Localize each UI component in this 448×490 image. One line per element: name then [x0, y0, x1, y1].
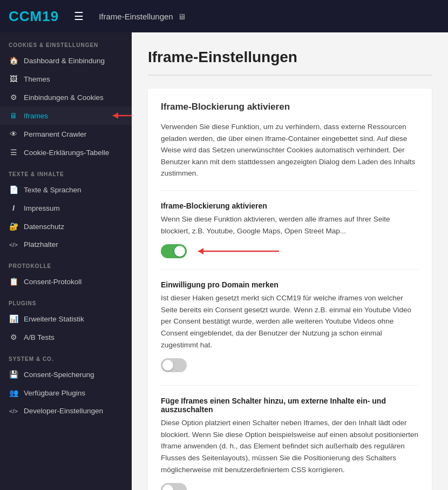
sidebar-label-developer: Developer-Einstellungen	[24, 407, 103, 415]
sidebar-label-datenschutz: Datenschutz	[24, 223, 64, 231]
toggle3-slider	[161, 483, 187, 490]
sidebar-label-impressum: Impressum	[24, 204, 60, 212]
sidebar-label-permanent-crawler: Permanent Crawler	[24, 130, 86, 138]
sidebar-label-consent-speicherung: Consent-Speicherung	[24, 371, 94, 379]
section3-text: Diese Option platziert einen Schalter ne…	[161, 417, 419, 475]
table-icon: ☰	[9, 148, 18, 157]
chart-icon: 📊	[9, 314, 18, 323]
sidebar-item-impressum[interactable]: I Impressum	[0, 199, 132, 217]
eye-icon: 👁	[9, 130, 18, 138]
toggle2-knob	[162, 360, 173, 371]
sidebar-item-verfuegbare-plugins[interactable]: 👥 Verfügbare Plugins	[0, 384, 132, 402]
sidebar-section-protokolle: PROTOKOLLE	[0, 253, 132, 272]
sidebar-label-cookie-tabelle: Cookie-Erklärungs-Tabelle	[24, 149, 109, 157]
sidebar-label-iframes: Iframes	[24, 112, 48, 120]
layout: COOKIES & EINSTELLUNGEN 🏠 Dashboard & Ei…	[0, 32, 448, 490]
sidebar-item-texte[interactable]: 📄 Texte & Sprachen	[0, 180, 132, 199]
sidebar-item-iframes-row: 🖥 Iframes	[0, 106, 132, 125]
hamburger-button[interactable]: ☰	[70, 8, 88, 25]
toggle1-slider	[161, 244, 187, 258]
impressum-icon: I	[9, 204, 18, 212]
iframe-icon: 🖥	[9, 111, 18, 120]
sidebar-item-themes[interactable]: 🖼 Themes	[0, 70, 132, 88]
section3-heading: Füge Iframes einen Schalter hinzu, um ex…	[161, 397, 419, 414]
toggle1-row	[161, 244, 419, 258]
sidebar-label-texte: Texte & Sprachen	[24, 186, 82, 194]
sidebar-label-themes: Themes	[24, 75, 50, 83]
themes-icon: 🖼	[9, 75, 18, 83]
header-title-area: Iframe-Einstellungen 🖥	[99, 12, 186, 21]
sidebar-section-cookies: COOKIES & EINSTELLUNGEN	[0, 32, 132, 51]
sidebar-label-dashboard: Dashboard & Einbindung	[24, 57, 105, 65]
sidebar-section-system: SYSTEM & CO.	[0, 346, 132, 365]
section-einwilligung-domain: Einwilligung pro Domain merken Ist diese…	[161, 280, 419, 374]
toggle-red-arrow-svg	[195, 245, 282, 257]
toggle3-knob	[162, 485, 173, 490]
lock-icon: 🔐	[9, 222, 18, 231]
card-title: Iframe-Blockierung aktivieren	[161, 102, 419, 112]
toggle-arrow-annotation	[195, 245, 282, 257]
card-description: Verwenden Sie diese Funktion, um zu verh…	[161, 121, 419, 179]
sidebar-section-plugins: PLUGINS	[0, 291, 132, 310]
logo-num: 19	[42, 8, 59, 24]
header-title-text: Iframe-Einstellungen	[99, 12, 173, 21]
page-title: Iframe-Einstellungen	[148, 49, 432, 76]
sidebar-item-dashboard[interactable]: 🏠 Dashboard & Einbindung	[0, 51, 132, 70]
sidebar-item-consent-speicherung[interactable]: 💾 Consent-Speicherung	[0, 365, 132, 384]
divider-3	[161, 385, 419, 386]
sidebar-label-ab-tests: A/B Tests	[24, 333, 55, 341]
gear-icon: ⚙	[9, 93, 18, 102]
logo-ccm: CCM	[9, 8, 42, 24]
sidebar: COOKIES & EINSTELLUNGEN 🏠 Dashboard & Ei…	[0, 32, 132, 490]
plugin-icon: 👥	[9, 388, 18, 397]
section-iframe-schalter: Füge Iframes einen Schalter hinzu, um ex…	[161, 397, 419, 490]
sidebar-label-einbindungen: Einbindungen & Cookies	[24, 93, 104, 102]
monitor-icon: 🖥	[178, 12, 186, 21]
svg-marker-3	[198, 248, 203, 254]
save-icon: 💾	[9, 370, 18, 379]
sidebar-item-iframes[interactable]: 🖥 Iframes	[0, 106, 132, 125]
sidebar-item-cookie-tabelle[interactable]: ☰ Cookie-Erklärungs-Tabelle	[0, 143, 132, 162]
section2-heading: Einwilligung pro Domain merken	[161, 280, 419, 289]
home-icon: 🏠	[9, 56, 18, 65]
ab-icon: ⚙	[9, 333, 18, 341]
code-icon: </>	[9, 241, 18, 248]
sidebar-label-platzhalter: Platzhalter	[24, 240, 58, 249]
top-header: CCM19 ☰ Iframe-Einstellungen 🖥	[0, 0, 448, 32]
sidebar-item-ab-tests[interactable]: ⚙ A/B Tests	[0, 328, 132, 346]
toggle1-knob	[174, 246, 185, 257]
section2-text: Ist dieser Haken gesetzt merkt sich CCM1…	[161, 292, 419, 351]
iframe-settings-card: Iframe-Blockierung aktivieren Verwenden …	[148, 89, 432, 490]
toggle-iframe-blockierung[interactable]	[161, 244, 187, 258]
toggle2-slider	[161, 358, 187, 372]
logo: CCM19	[9, 8, 59, 25]
sidebar-item-platzhalter[interactable]: </> Platzhalter	[0, 236, 132, 253]
sidebar-item-einbindungen[interactable]: ⚙ Einbindungen & Cookies	[0, 88, 132, 106]
dev-icon: </>	[9, 408, 18, 414]
sidebar-item-developer[interactable]: </> Developer-Einstellungen	[0, 402, 132, 420]
section-iframe-blockierung: Iframe-Blockierung aktivieren Wenn Sie d…	[161, 202, 419, 258]
sidebar-item-consent-protokoll[interactable]: 📋 Consent-Protokoll	[0, 272, 132, 291]
sidebar-section-texte: TEXTE & INHALTE	[0, 162, 132, 180]
sidebar-item-permanent-crawler[interactable]: 👁 Permanent Crawler	[0, 125, 132, 143]
toggle-einwilligung-domain[interactable]	[161, 358, 187, 372]
sidebar-item-statistik[interactable]: 📊 Erweiterte Statistik	[0, 310, 132, 328]
document-icon: 📄	[9, 185, 18, 194]
main-content: Iframe-Einstellungen Iframe-Blockierung …	[132, 32, 448, 490]
sidebar-label-statistik: Erweiterte Statistik	[24, 315, 84, 323]
section1-text: Wenn Sie diese Funktion aktivieren, werd…	[161, 213, 419, 237]
sidebar-item-datenschutz[interactable]: 🔐 Datenschutz	[0, 217, 132, 236]
sidebar-label-consent-protokoll: Consent-Protokoll	[24, 278, 82, 286]
divider-1	[161, 190, 419, 191]
clipboard-icon: 📋	[9, 277, 18, 286]
sidebar-label-verfuegbare-plugins: Verfügbare Plugins	[24, 389, 85, 397]
toggle-iframe-schalter[interactable]	[161, 483, 187, 490]
divider-2	[161, 269, 419, 270]
section1-heading: Iframe-Blockierung aktivieren	[161, 202, 419, 210]
